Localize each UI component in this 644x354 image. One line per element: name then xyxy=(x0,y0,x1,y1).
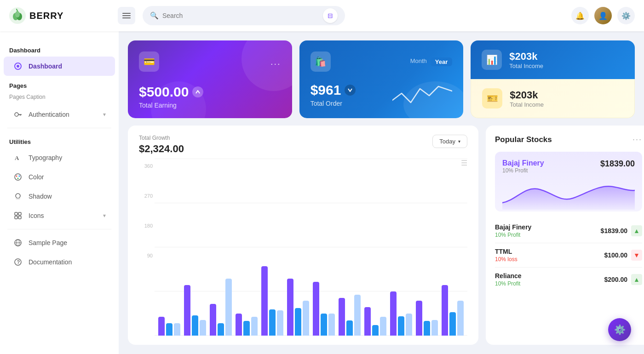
help-icon: ? xyxy=(13,257,23,267)
filter-button[interactable]: ⊟ xyxy=(323,8,338,23)
bar-group-7 xyxy=(339,295,361,336)
svg-point-14 xyxy=(19,176,20,177)
svg-point-15 xyxy=(17,178,19,179)
bar-blue xyxy=(243,321,250,336)
featured-stock-chart: Bajaj Finery 10% Profit $1839.00 xyxy=(495,152,642,211)
order-amount: $961 xyxy=(310,82,341,98)
sidebar-item-sample-page[interactable]: Sample Page xyxy=(4,233,115,252)
stock-name-bajaj: Bajaj Finery xyxy=(495,223,531,231)
gear-icon: ⚙️ xyxy=(621,11,631,20)
order-card: 🛍️ Month Year $961 xyxy=(299,40,464,118)
stocks-menu-icon[interactable]: ··· xyxy=(632,135,642,144)
sidebar-item-shadow[interactable]: Shadow xyxy=(4,187,115,206)
menu-button[interactable] xyxy=(118,7,135,24)
featured-stock-price: $1839.00 xyxy=(600,159,635,169)
earning-amount: $500.00 xyxy=(139,84,189,100)
ticket-icon: 🎫 xyxy=(487,93,498,104)
content-area: 💳 ... $500.00 Total Earning xyxy=(119,31,644,354)
bar-light xyxy=(354,295,361,336)
stocks-list: Bajaj Finery 10% Profit $1839.00 ▲ TTML … xyxy=(495,219,642,291)
berry-logo xyxy=(9,7,26,24)
popular-stocks-card: Popular Stocks ··· Bajaj Finery 10% Prof… xyxy=(486,126,644,345)
sidebar-label-authentication: Authentication xyxy=(29,111,69,118)
sidebar-item-authentication[interactable]: Authentication ▾ xyxy=(4,105,115,124)
earning-card-header: 💳 ... xyxy=(139,51,281,72)
bar-light xyxy=(225,279,232,336)
settings-button[interactable]: ⚙️ xyxy=(617,7,635,24)
order-toggle: Month Year xyxy=(410,57,453,66)
top-cards-row: 💳 ... $500.00 Total Earning xyxy=(128,40,635,118)
sidebar-divider-2 xyxy=(7,229,111,229)
y-label-180: 180 xyxy=(139,223,153,228)
y-label-360: 360 xyxy=(139,163,153,169)
earning-card: 💳 ... $500.00 Total Earning xyxy=(128,40,292,118)
notification-button[interactable]: 🔔 xyxy=(571,7,589,24)
income-yellow-amount: $203k xyxy=(510,89,544,101)
bar-blue xyxy=(269,309,276,336)
bar-light xyxy=(406,314,412,336)
trend-up-icon-reliance: ▲ xyxy=(631,274,642,285)
today-filter-button[interactable]: Today ▾ xyxy=(432,135,467,148)
bar-blue xyxy=(192,315,198,336)
toggle-month[interactable]: Month xyxy=(410,57,427,66)
fab-gear-icon: ⚙️ xyxy=(614,324,626,335)
palette-icon xyxy=(13,172,23,182)
grid-icon-box: 📊 xyxy=(482,50,502,70)
svg-text:?: ? xyxy=(17,259,20,265)
bottom-row: Total Growth $2,324.00 Today ▾ 360 270 1… xyxy=(128,126,635,345)
sidebar-item-documentation[interactable]: ? Documentation xyxy=(4,252,115,272)
bar-light xyxy=(303,301,309,336)
bar-light xyxy=(380,317,386,336)
bar-purple xyxy=(261,266,268,336)
chevron-icons-icon: ▾ xyxy=(103,212,106,219)
bar-blue xyxy=(166,323,172,336)
toggle-year[interactable]: Year xyxy=(431,57,452,66)
bar-group-3 xyxy=(236,314,258,336)
grid-icon: 📊 xyxy=(486,54,498,65)
sidebar-section-utilities: Utilities xyxy=(0,132,119,148)
search-input[interactable] xyxy=(162,12,319,19)
bar-blue xyxy=(424,321,430,336)
bar-blue xyxy=(295,308,301,336)
svg-point-3 xyxy=(15,11,20,17)
bar-group-2 xyxy=(210,279,232,336)
svg-point-6 xyxy=(17,65,19,68)
user-avatar[interactable]: 👤 xyxy=(594,7,612,24)
sidebar: Dashboard Dashboard Pages Pages Caption … xyxy=(0,31,119,354)
growth-amount: $2,324.00 xyxy=(139,143,184,155)
stock-row-reliance: Reliance 10% Profit $200.00 ▲ xyxy=(495,268,642,291)
header: BERRY 🔍 ⊟ 🔔 👤 ⚙️ xyxy=(0,0,644,31)
stock-row-ttml: TTML 10% loss $100.00 ▼ xyxy=(495,243,642,268)
sidebar-label-sample-page: Sample Page xyxy=(29,239,67,246)
featured-stock-name: Bajaj Finery xyxy=(502,159,544,167)
bars-area: ☰ xyxy=(155,159,467,336)
sidebar-section-pages: Pages xyxy=(0,76,119,92)
sidebar-label-color: Color xyxy=(29,173,44,181)
bar-light xyxy=(431,320,438,336)
earning-card-menu[interactable]: ... xyxy=(270,57,281,67)
stock-profit-ttml: 10% loss xyxy=(495,256,518,263)
chart-menu-icon[interactable]: ☰ xyxy=(461,159,467,167)
bar-group-11 xyxy=(442,285,464,336)
trend-down-icon-ttml: ▼ xyxy=(631,250,642,261)
bar-light xyxy=(328,314,335,336)
bar-group-0 xyxy=(158,317,180,336)
bar-light xyxy=(251,317,258,336)
sidebar-item-icons[interactable]: Icons ▾ xyxy=(4,206,115,225)
sidebar-divider-1 xyxy=(7,128,111,128)
growth-chart-body: 360 270 180 90 ☰ xyxy=(139,159,467,336)
svg-point-17 xyxy=(16,198,20,200)
bars-container xyxy=(155,159,467,336)
sidebar-item-typography[interactable]: A Typography xyxy=(4,148,115,167)
sidebar-label-icons: Icons xyxy=(29,212,44,219)
sidebar-label-dashboard: Dashboard xyxy=(29,63,62,70)
order-card-header: 🛍️ Month Year xyxy=(310,51,453,72)
fab-settings[interactable]: ⚙️ xyxy=(608,318,631,341)
icons-icon xyxy=(13,211,23,221)
bar-purple xyxy=(390,291,397,336)
sidebar-item-dashboard[interactable]: Dashboard xyxy=(4,57,115,76)
earning-trend-icon xyxy=(192,86,203,97)
bar-blue xyxy=(346,320,353,336)
sidebar-item-color[interactable]: Color xyxy=(4,167,115,187)
hamburger-icon xyxy=(122,11,131,20)
